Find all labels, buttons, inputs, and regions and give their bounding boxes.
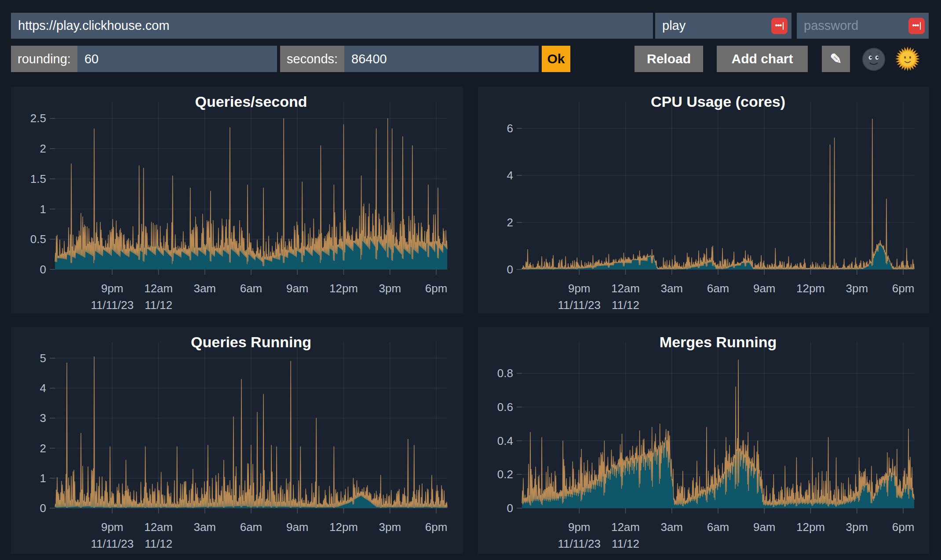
svg-text:11/11/23: 11/11/23 [558, 537, 601, 550]
svg-text:12am: 12am [144, 282, 173, 295]
svg-text:12am: 12am [611, 520, 640, 534]
add-chart-button[interactable]: Add chart [717, 46, 808, 72]
password-manager-caret [783, 22, 784, 29]
svg-text:12pm: 12pm [329, 520, 358, 534]
seconds-input[interactable] [344, 46, 539, 72]
svg-text:6pm: 6pm [892, 520, 915, 534]
chart-card-cpu-usage: CPU Usage (cores)02469pm11/11/2312am11/1… [478, 87, 929, 313]
svg-text:6am: 6am [240, 282, 263, 295]
svg-text:1: 1 [40, 472, 46, 485]
svg-text:3am: 3am [660, 520, 683, 534]
svg-text:11/11/23: 11/11/23 [91, 537, 134, 550]
svg-text:0: 0 [507, 502, 513, 515]
svg-text:11/12: 11/12 [612, 298, 639, 312]
svg-text:9pm: 9pm [101, 282, 124, 295]
svg-text:6am: 6am [707, 282, 729, 295]
svg-text:12pm: 12pm [329, 282, 358, 295]
svg-text:5: 5 [40, 352, 46, 365]
chart-merges-running[interactable]: Merges Running00.20.40.60.89pm11/11/2312… [478, 327, 929, 554]
theme-light-button[interactable] [895, 46, 920, 72]
chart-cpu-usage[interactable]: CPU Usage (cores)02469pm11/11/2312am11/1… [478, 87, 929, 313]
svg-text:3: 3 [40, 411, 46, 425]
password-manager-icon[interactable]: ••• [908, 18, 925, 34]
sun-icon [895, 46, 920, 72]
seconds-group: seconds: [280, 46, 539, 72]
chart-queries-per-second[interactable]: Queries/second00.511.522.59pm11/11/2312a… [11, 87, 463, 313]
svg-text:0.8: 0.8 [497, 367, 513, 380]
password-manager-dots: ••• [912, 22, 919, 29]
chart-card-merges-running: Merges Running00.20.40.60.89pm11/11/2312… [478, 327, 929, 554]
svg-text:3pm: 3pm [846, 520, 868, 534]
svg-text:3am: 3am [660, 282, 683, 295]
theme-dark-button[interactable] [861, 47, 886, 72]
svg-text:12am: 12am [611, 282, 640, 295]
rounding-label: rounding: [11, 46, 77, 72]
edit-charts-button[interactable]: ✎ [822, 46, 850, 72]
svg-text:1.5: 1.5 [30, 172, 46, 185]
svg-text:11/12: 11/12 [612, 537, 639, 550]
svg-text:3pm: 3pm [379, 282, 401, 295]
password-manager-icon[interactable]: ••• [771, 18, 788, 34]
svg-text:0.6: 0.6 [497, 400, 513, 414]
password-manager-dots: ••• [775, 22, 782, 29]
url-input[interactable] [11, 13, 653, 39]
svg-text:12pm: 12pm [796, 520, 825, 534]
svg-text:0.4: 0.4 [497, 434, 513, 447]
svg-text:4: 4 [40, 382, 46, 395]
svg-text:2.5: 2.5 [30, 112, 46, 125]
svg-text:9am: 9am [753, 282, 776, 295]
dashboard-page: { "toolbar": { "url": {"value": "https:/… [0, 0, 941, 560]
reload-button[interactable]: Reload [635, 46, 703, 72]
svg-text:11/12: 11/12 [145, 537, 172, 550]
url-field-wrap [11, 13, 653, 39]
svg-text:0: 0 [507, 263, 513, 276]
svg-text:0: 0 [40, 502, 46, 515]
svg-text:9pm: 9pm [101, 520, 124, 534]
chart-queries-running[interactable]: Queries Running0123459pm11/11/2312am11/1… [11, 327, 463, 554]
svg-text:9am: 9am [286, 282, 309, 295]
svg-text:1: 1 [40, 203, 46, 216]
svg-text:11/12: 11/12 [145, 298, 172, 312]
svg-text:3pm: 3pm [846, 282, 868, 295]
svg-text:2: 2 [507, 216, 513, 229]
svg-text:3am: 3am [193, 282, 216, 295]
svg-text:6: 6 [507, 122, 513, 135]
svg-text:3pm: 3pm [379, 520, 401, 534]
svg-text:11/11/23: 11/11/23 [91, 298, 134, 312]
svg-text:6pm: 6pm [892, 282, 915, 295]
svg-text:12pm: 12pm [796, 282, 825, 295]
svg-text:2: 2 [40, 442, 46, 455]
svg-text:9am: 9am [753, 520, 776, 534]
rounding-input[interactable] [77, 46, 277, 72]
user-field-wrap: ••• [655, 13, 791, 39]
svg-text:6am: 6am [240, 520, 263, 534]
svg-text:0.5: 0.5 [30, 233, 46, 246]
svg-text:12am: 12am [144, 520, 173, 534]
moon-icon [861, 47, 886, 72]
svg-text:3am: 3am [193, 520, 216, 534]
chart-card-queries-running: Queries Running0123459pm11/11/2312am11/1… [11, 327, 463, 554]
ok-button[interactable]: Ok [542, 46, 570, 72]
svg-text:9pm: 9pm [568, 520, 591, 534]
svg-text:4: 4 [507, 169, 513, 182]
password-manager-caret [920, 22, 921, 29]
svg-text:6pm: 6pm [425, 520, 448, 534]
svg-text:9am: 9am [286, 520, 309, 534]
svg-text:0.2: 0.2 [497, 468, 513, 481]
svg-text:6am: 6am [707, 520, 729, 534]
seconds-label: seconds: [280, 46, 344, 72]
password-field-wrap: ••• [797, 13, 929, 39]
svg-text:0: 0 [40, 263, 46, 276]
svg-text:2: 2 [40, 142, 46, 155]
svg-text:6pm: 6pm [425, 282, 448, 295]
svg-text:9pm: 9pm [568, 282, 591, 295]
svg-text:11/11/23: 11/11/23 [558, 298, 601, 312]
pencil-icon: ✎ [830, 51, 842, 67]
chart-card-queries-per-second: Queries/second00.511.522.59pm11/11/2312a… [11, 87, 463, 313]
rounding-group: rounding: [11, 46, 277, 72]
